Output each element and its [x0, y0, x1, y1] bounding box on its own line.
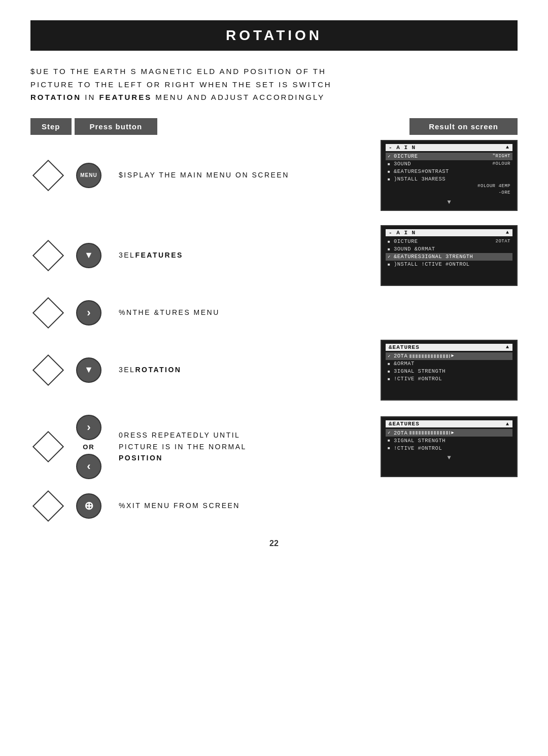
- screen-menu-item: ■ &ORMAT: [386, 360, 512, 368]
- screen-bottom-arrow: ▼: [386, 199, 512, 206]
- screen-menu-item: -ORE: [386, 190, 512, 196]
- right-button-icon: ›: [76, 300, 101, 326]
- screen-menu-item: #OLOUR 4EMP: [386, 183, 512, 190]
- step-indicator: [30, 359, 66, 381]
- screen-menu-item: ■ 0ICTURE 2OTAT: [386, 238, 512, 245]
- step-instruction: 0RESS REPEATEDLY UNTIL PICTURE IS IN THE…: [112, 429, 381, 463]
- intro-line2: PICTURE TO THE LEFT OR RIGHT WHEN THE SE…: [30, 78, 518, 91]
- diamond-icon: [32, 239, 64, 271]
- or-label: OR: [83, 443, 95, 451]
- step-indicator: [30, 302, 66, 324]
- screen-menu-item: ■ !CTIVE #ONTROL: [386, 375, 512, 383]
- screen-menu-item: ✓ &EATURES3IGNAL 3TRENGTH: [386, 253, 512, 261]
- diamond-icon: [32, 159, 64, 191]
- step-instruction: 3ELRotation: [112, 365, 381, 375]
- screen-result: &EATURES ▲ ✓ 2OTA ► ■ 3IGNAL STRENGTH ■ …: [381, 416, 518, 477]
- screen-menu-item: ✓ 2OTA ►: [386, 352, 512, 360]
- header-result: Result on screen: [409, 118, 518, 135]
- button-icon-wrap: ▼: [66, 243, 112, 268]
- step-indicator: [30, 436, 66, 458]
- intro-rotation: Rotation: [30, 93, 81, 101]
- page-title: ROTATION: [30, 27, 518, 44]
- header-press: Press button: [75, 118, 158, 135]
- button-icon-wrap: ›: [66, 300, 112, 326]
- table-row: ▼ 3ELFeatures - A I N ▲ ■ 0ICTURE 2OTAT …: [30, 225, 518, 286]
- diamond-icon: [32, 431, 64, 462]
- screen-menu-item: ■ 3OUND #OLOUR: [386, 160, 512, 168]
- button-icon-wrap: ⊕: [66, 493, 112, 519]
- info-button-icon: ⊕: [76, 493, 101, 519]
- intro-in: IN: [85, 93, 99, 101]
- down-button-icon: ▼: [76, 243, 101, 268]
- table-row: ⊕ %XIT MENU FROM SCREEN: [30, 493, 518, 519]
- table-row: MENU $ISPLAY THE MAIN MENU ON SCREEN - A…: [30, 140, 518, 211]
- screen-menu-header: &EATURES ▲: [386, 420, 512, 427]
- intro-line1: $UE TO THE EARTH S MAGNETIC ELD AND POSI…: [30, 65, 518, 78]
- step-instruction: 3ELFeatures: [112, 250, 381, 261]
- intro-text: $UE TO THE EARTH S MAGNETIC ELD AND POSI…: [30, 65, 518, 104]
- screen-menu-item: ■ 3IGNAL STRENGTH: [386, 368, 512, 375]
- intro-rest: MENU AND ADJUST ACCORDINGLY: [155, 93, 325, 101]
- down-button-icon: ▼: [76, 357, 101, 383]
- step-instruction: %NTHE &TURES MENU: [112, 307, 518, 318]
- table-header: Step Press button Result on screen: [30, 118, 518, 135]
- table-row: › OR ‹ 0RESS REPEATEDLY UNTIL PICTURE IS…: [30, 415, 518, 479]
- screen-menu-item: ✓ 2OTA ►: [386, 429, 512, 437]
- table-row: ▼ 3ELRotation &EATURES ▲ ✓ 2OTA ► ■ &ORM…: [30, 340, 518, 401]
- diamond-icon: [32, 297, 64, 328]
- button-icon-wrap: › OR ‹: [66, 415, 112, 479]
- right-button-icon: ›: [76, 415, 101, 440]
- header-step: Step: [30, 118, 72, 135]
- screen-result: - A I N ▲ ✓ 0ICTURE "RIGHT ■ 3OUND #OLOU…: [381, 140, 518, 211]
- screen-result: - A I N ▲ ■ 0ICTURE 2OTAT ■ 3OUND &ORMAT…: [381, 225, 518, 286]
- screen-bottom-arrow: ▼: [386, 454, 512, 461]
- step-instruction: $ISPLAY THE MAIN MENU ON SCREEN: [112, 170, 381, 181]
- screen-menu-item: ■ &EATURES#ONTRAST: [386, 168, 512, 175]
- screen-menu-header: - A I N ▲: [386, 144, 512, 151]
- table-row: › %NTHE &TURES MENU: [30, 300, 518, 326]
- intro-features: Features: [99, 93, 152, 101]
- menu-button-icon: MENU: [76, 163, 101, 188]
- intro-line3: Rotation IN Features MENU AND ADJUST ACC…: [30, 91, 518, 104]
- steps-container: MENU $ISPLAY THE MAIN MENU ON SCREEN - A…: [30, 140, 518, 519]
- left-button-icon: ‹: [76, 454, 101, 479]
- step-instruction: %XIT MENU FROM SCREEN: [112, 500, 518, 511]
- screen-menu-item: ■ 3IGNAL STRENGTH: [386, 437, 512, 444]
- step-indicator: [30, 164, 66, 187]
- screen-menu-item: ■ !CTIVE #ONTROL: [386, 444, 512, 452]
- step-indicator: [30, 495, 66, 517]
- screen-menu-item: ■ 3OUND &ORMAT: [386, 245, 512, 253]
- screen-result: &EATURES ▲ ✓ 2OTA ► ■ &ORMAT ■ 3IGNAL ST…: [381, 340, 518, 401]
- screen-menu-item: ■ )NSTALL 3HARESS: [386, 175, 512, 183]
- page-number: 22: [269, 539, 279, 548]
- screen-menu-header: &EATURES ▲: [386, 344, 512, 351]
- button-icon-wrap: MENU: [66, 163, 112, 188]
- diamond-icon: [32, 490, 64, 521]
- screen-menu-item: ✓ 0ICTURE "RIGHT: [386, 153, 512, 160]
- screen-menu-item: ■ )NSTALL !CTIVE #ONTROL: [386, 261, 512, 268]
- button-icon-wrap: ▼: [66, 357, 112, 383]
- button-stack: › OR ‹: [76, 415, 101, 479]
- title-bar: ROTATION: [30, 20, 518, 51]
- step-indicator: [30, 244, 66, 267]
- diamond-icon: [32, 354, 64, 385]
- screen-menu-header: - A I N ▲: [386, 229, 512, 236]
